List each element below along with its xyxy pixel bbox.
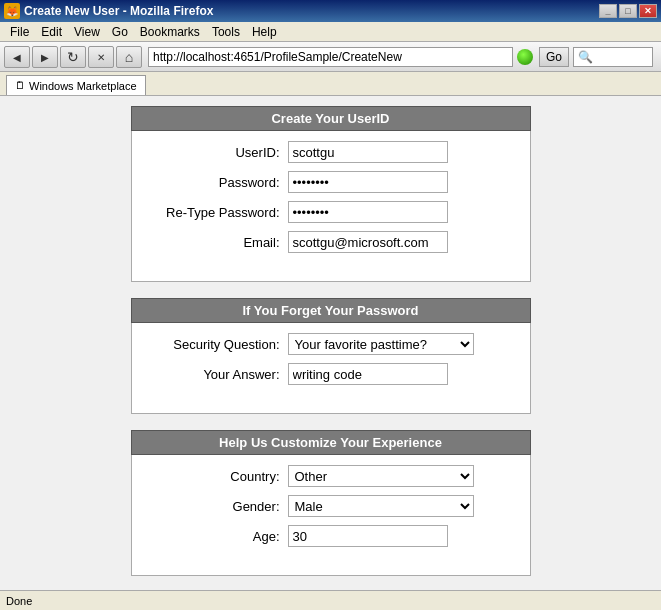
section-forget-password-header: If You Forget Your Password — [131, 298, 531, 323]
forward-button[interactable] — [32, 46, 58, 68]
userid-row: UserID: — [148, 141, 514, 163]
country-select[interactable]: United States Canada United Kingdom Aust… — [288, 465, 474, 487]
tab-bar: 🗒 Windows Marketplace — [0, 72, 661, 96]
menu-tools[interactable]: Tools — [206, 24, 246, 40]
security-question-select[interactable]: Your favorite pasttime? Your mother's ma… — [288, 333, 474, 355]
app-icon: 🦊 — [4, 3, 20, 19]
country-row: Country: United States Canada United Kin… — [148, 465, 514, 487]
password-label: Password: — [148, 175, 288, 190]
search-input[interactable] — [573, 47, 653, 67]
close-button[interactable]: ✕ — [639, 4, 657, 18]
email-input[interactable] — [288, 231, 448, 253]
title-bar: 🦊 Create New User - Mozilla Firefox _ □ … — [0, 0, 661, 22]
password-row: Password: — [148, 171, 514, 193]
section-customize: Help Us Customize Your Experience Countr… — [131, 430, 531, 576]
retype-password-label: Re-Type Password: — [148, 205, 288, 220]
toolbar: Go — [0, 42, 661, 72]
age-row: Age: — [148, 525, 514, 547]
country-label: Country: — [148, 469, 288, 484]
answer-input[interactable] — [288, 363, 448, 385]
section-customize-body: Country: United States Canada United Kin… — [131, 455, 531, 576]
section-forget-password-body: Security Question: Your favorite pasttim… — [131, 323, 531, 414]
age-label: Age: — [148, 529, 288, 544]
window-controls: _ □ ✕ — [599, 4, 657, 18]
status-text: Done — [6, 595, 32, 607]
menu-view[interactable]: View — [68, 24, 106, 40]
menu-bar: File Edit View Go Bookmarks Tools Help — [0, 22, 661, 42]
answer-row: Your Answer: — [148, 363, 514, 385]
gender-row: Gender: Male Female Other — [148, 495, 514, 517]
section-create-userid: Create Your UserID UserID: Password: Re-… — [131, 106, 531, 282]
go-icon — [517, 49, 533, 65]
form-container: Create Your UserID UserID: Password: Re-… — [131, 106, 531, 590]
address-input[interactable] — [148, 47, 513, 67]
menu-bookmarks[interactable]: Bookmarks — [134, 24, 206, 40]
tab-icon: 🗒 — [15, 80, 25, 91]
email-row: Email: — [148, 231, 514, 253]
userid-input[interactable] — [288, 141, 448, 163]
reload-button[interactable] — [60, 46, 86, 68]
address-bar: Go — [148, 47, 653, 67]
section-create-userid-body: UserID: Password: Re-Type Password: Emai… — [131, 131, 531, 282]
age-input[interactable] — [288, 525, 448, 547]
stop-button[interactable] — [88, 46, 114, 68]
section-forget-password: If You Forget Your Password Security Que… — [131, 298, 531, 414]
back-button[interactable] — [4, 46, 30, 68]
userid-label: UserID: — [148, 145, 288, 160]
email-label: Email: — [148, 235, 288, 250]
menu-file[interactable]: File — [4, 24, 35, 40]
tab-label: Windows Marketplace — [29, 80, 137, 92]
answer-label: Your Answer: — [148, 367, 288, 382]
gender-label: Gender: — [148, 499, 288, 514]
menu-help[interactable]: Help — [246, 24, 283, 40]
menu-go[interactable]: Go — [106, 24, 134, 40]
page-content: Create Your UserID UserID: Password: Re-… — [0, 96, 661, 590]
go-button[interactable]: Go — [539, 47, 569, 67]
status-bar: Done — [0, 590, 661, 610]
minimize-button[interactable]: _ — [599, 4, 617, 18]
section-create-userid-header: Create Your UserID — [131, 106, 531, 131]
security-question-row: Security Question: Your favorite pasttim… — [148, 333, 514, 355]
maximize-button[interactable]: □ — [619, 4, 637, 18]
section-customize-header: Help Us Customize Your Experience — [131, 430, 531, 455]
gender-select[interactable]: Male Female Other — [288, 495, 474, 517]
menu-edit[interactable]: Edit — [35, 24, 68, 40]
tab-windows-marketplace[interactable]: 🗒 Windows Marketplace — [6, 75, 146, 95]
home-button[interactable] — [116, 46, 142, 68]
window-title: Create New User - Mozilla Firefox — [24, 4, 599, 18]
retype-password-row: Re-Type Password: — [148, 201, 514, 223]
retype-password-input[interactable] — [288, 201, 448, 223]
security-question-label: Security Question: — [148, 337, 288, 352]
password-input[interactable] — [288, 171, 448, 193]
